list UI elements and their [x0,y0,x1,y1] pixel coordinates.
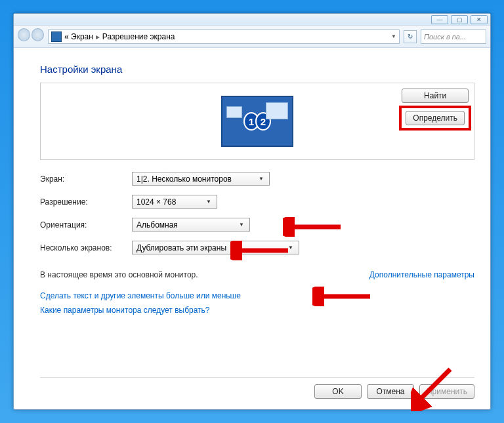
refresh-button[interactable]: ↻ [404,30,417,43]
search-input[interactable]: Поиск в па... [421,30,486,44]
chevron-down-icon: ▼ [285,245,296,251]
orientation-value: Альбомная [136,220,178,230]
breadcrumb-2[interactable]: Разрешение экрана [102,32,175,41]
multi-label: Несколько экранов: [40,243,132,252]
navbar: « Экран ▸ Разрешение экрана ▼ ↻ Поиск в … [14,26,490,48]
preview-window2-icon [266,102,288,119]
minimize-button[interactable]: — [431,15,448,24]
monitor-preview[interactable]: 1 2 [221,96,293,147]
preview-window-icon [226,106,242,118]
find-button[interactable]: Найти [402,89,469,103]
info-line: В настоящее время это основной монитор. … [40,270,474,279]
maximize-button[interactable]: ▢ [451,15,468,24]
resolution-dropdown[interactable]: 1024 × 768 ▼ [132,195,217,209]
monitor-icon [51,31,62,42]
side-buttons: Найти Определить [402,89,469,128]
annotation-highlight: Определить [399,106,471,131]
resolution-label: Разрешение: [40,197,132,207]
form-grid: Экран: 1|2. Несколько мониторов ▼ Разреш… [40,172,474,254]
screen-value: 1|2. Несколько мониторов [136,174,232,184]
advanced-link[interactable]: Дополнительные параметры [369,270,474,279]
content: Настройки экрана 1 2 Найти Определить Эк… [14,48,490,409]
nav-back-forward[interactable] [18,28,44,45]
chevron-down-icon: ▼ [256,176,266,182]
links-block: Сделать текст и другие элементы больше и… [40,291,474,315]
help-link[interactable]: Какие параметры монитора следует выбрать… [40,306,474,315]
search-placeholder: Поиск в па... [424,33,466,41]
window: — ▢ ✕ « Экран ▸ Разрешение экрана ▼ ↻ По… [13,13,491,410]
resolution-value: 1024 × 768 [136,197,176,207]
apply-button[interactable]: Применить [419,384,474,399]
breadcrumb-1[interactable]: « Экран [64,32,93,41]
identify-button[interactable]: Определить [406,111,465,125]
dropdown-icon[interactable]: ▼ [391,33,396,39]
screen-dropdown[interactable]: 1|2. Несколько мониторов ▼ [132,172,270,186]
breadcrumb-sep-icon: ▸ [96,32,100,41]
close-button[interactable]: ✕ [471,15,488,24]
page-title: Настройки экрана [40,64,474,75]
address-bar[interactable]: « Экран ▸ Разрешение экрана ▼ [48,30,400,44]
cancel-button[interactable]: Отмена [367,384,414,399]
orientation-label: Ориентация: [40,220,132,230]
ok-button[interactable]: OK [314,384,362,399]
preview-box: 1 2 Найти Определить [40,83,474,160]
chevron-down-icon: ▼ [236,222,247,228]
forward-icon [32,28,44,41]
chevron-down-icon: ▼ [203,199,214,205]
footer: OK Отмена Применить [40,377,474,399]
refresh-icon: ↻ [408,33,413,40]
screen-label: Экран: [40,174,132,184]
titlebar: — ▢ ✕ [14,14,490,26]
multi-value: Дублировать эти экраны [136,243,226,252]
orientation-dropdown[interactable]: Альбомная ▼ [132,218,250,232]
text-size-link[interactable]: Сделать текст и другие элементы больше и… [40,291,474,300]
main-monitor-text: В настоящее время это основной монитор. [40,270,198,279]
multi-dropdown[interactable]: Дублировать эти экраны ▼ [132,241,299,254]
back-icon [18,28,30,41]
